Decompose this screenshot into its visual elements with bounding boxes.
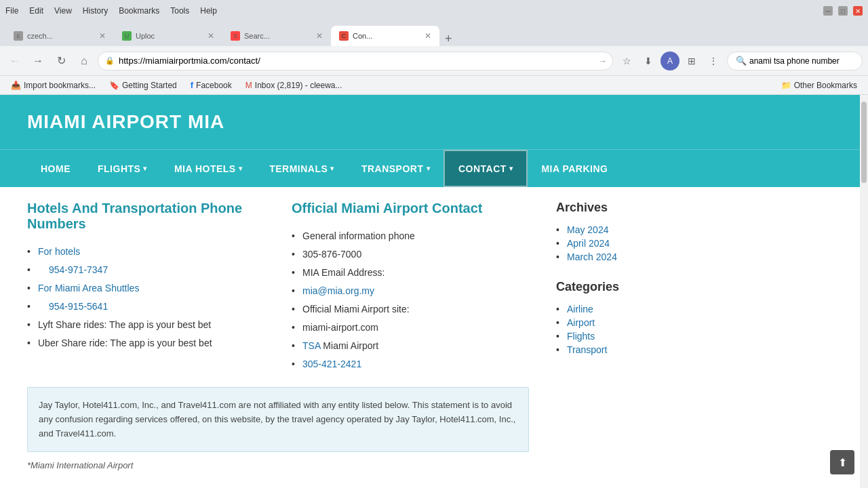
menu-tools[interactable]: Tools <box>170 6 189 16</box>
transport-arrow-icon: ▾ <box>427 165 431 172</box>
category-transport-link[interactable]: Transport <box>567 344 607 355</box>
archive-april-link[interactable]: April 2024 <box>567 238 610 249</box>
category-airport-link[interactable]: Airport <box>567 317 595 328</box>
hotels-link[interactable]: For hotels <box>38 246 80 257</box>
flights-arrow-icon: ▾ <box>143 165 147 172</box>
tsa-link[interactable]: TSA <box>302 340 320 351</box>
menu-history[interactable]: History <box>83 6 108 16</box>
new-tab-button[interactable]: + <box>439 32 458 46</box>
shuttles-phone: 954-915-5641 <box>38 301 108 312</box>
category-airline: Airline <box>556 302 719 316</box>
tab-close-1[interactable]: ✕ <box>99 31 106 41</box>
category-flights-link[interactable]: Flights <box>567 331 595 342</box>
extensions-icon[interactable]: ⊞ <box>682 52 701 70</box>
back-to-top-button[interactable]: ⬆ <box>830 450 854 474</box>
close-button[interactable]: ✕ <box>853 6 863 16</box>
page-body: Hotels And Transportation Phone Numbers … <box>0 187 868 484</box>
tab-close-3[interactable]: ✕ <box>316 31 323 41</box>
categories-list: Airline Airport Flights Transport <box>556 302 719 357</box>
menu-help[interactable]: Help <box>200 6 217 16</box>
toolbar: ← → ↻ ⌂ 🔒 → ☆ ⬇ A ⊞ ⋮ 🔍 <box>0 46 868 76</box>
list-item-site-label: Official Miami Airport site: <box>292 300 529 319</box>
category-airline-link[interactable]: Airline <box>567 304 593 314</box>
category-airport: Airport <box>556 316 719 329</box>
bookmark-getting-started[interactable]: 🔖 Getting Started <box>104 79 182 92</box>
shuttles-link[interactable]: For Miami Area Shuttles <box>38 283 139 293</box>
categories-section: Categories Airline Airport Flights <box>556 280 719 357</box>
bookmark-facebook[interactable]: f Facebook <box>185 79 237 92</box>
tab-favicon-1: c <box>14 31 23 41</box>
refresh-button[interactable]: ↻ <box>52 52 71 70</box>
nav-contact[interactable]: CONTACT ▾ <box>443 150 528 187</box>
tab-favicon-active: C <box>339 31 349 41</box>
menu-dots-icon[interactable]: ⋮ <box>704 52 723 70</box>
download-icon[interactable]: ⬇ <box>639 52 658 70</box>
bookmark-import[interactable]: 📥 Import bookmarks... <box>5 79 101 92</box>
list-item-tsa-phone: 305-421-2421 <box>292 355 529 373</box>
tab-3[interactable]: S Searc... ✕ <box>222 26 331 46</box>
categories-title: Categories <box>556 280 719 294</box>
address-input[interactable] <box>106 56 591 66</box>
forward-button[interactable]: → <box>28 52 47 70</box>
nav-terminals[interactable]: TERMINALS ▾ <box>256 150 348 187</box>
nav-flights[interactable]: FLIGHTS ▾ <box>84 150 161 187</box>
menu-edit[interactable]: Edit <box>29 6 43 16</box>
bookmark-star-icon[interactable]: ☆ <box>617 52 636 70</box>
archive-may-link[interactable]: May 2024 <box>567 224 608 235</box>
two-column-layout: Hotels And Transportation Phone Numbers … <box>27 201 529 373</box>
home-button[interactable]: ⌂ <box>75 52 94 70</box>
tabs-bar: c czech... ✕ U Uploc ✕ S Searc... ✕ C Co… <box>0 22 868 46</box>
bookmark-other[interactable]: 📁 Other Bookmarks <box>776 79 863 92</box>
tab-1[interactable]: c czech... ✕ <box>5 26 114 46</box>
nav-parking[interactable]: MIA PARKING <box>528 150 621 187</box>
facebook-icon: f <box>191 80 193 90</box>
profile-icon[interactable]: A <box>660 52 679 70</box>
window-controls: ─ □ ✕ <box>823 6 863 16</box>
menu-bar[interactable]: File Edit View History Bookmarks Tools H… <box>5 6 217 16</box>
scrollbar[interactable] <box>860 95 868 488</box>
archives-section: Archives May 2024 April 2024 March 2024 <box>556 201 719 264</box>
tab-2[interactable]: U Uploc ✕ <box>114 26 222 46</box>
main-content: Hotels And Transportation Phone Numbers … <box>27 187 542 484</box>
nav-transport[interactable]: TRANSPORT ▾ <box>348 150 443 187</box>
tab-favicon-3: S <box>231 31 240 41</box>
list-item-email-label: MIA Email Address: <box>292 264 529 282</box>
disclaimer-text: Jay Taylor, Hotel411.com, Inc., and Trav… <box>39 400 515 439</box>
list-item-uber: Uber Share ride: The app is your best be… <box>27 334 264 352</box>
search-input[interactable] <box>749 56 844 66</box>
site-logo: MIAMI AIRPORT MIA <box>27 111 224 133</box>
import-icon: 📥 <box>11 81 21 90</box>
browser-frame: File Edit View History Bookmarks Tools H… <box>0 0 868 488</box>
list-item-shuttles-phone: 954-915-5641 <box>27 298 264 316</box>
address-bar[interactable]: 🔒 → <box>98 52 613 70</box>
page-content: MIAMI AIRPORT MIA HOME FLIGHTS ▾ MIA HOT… <box>0 95 868 488</box>
tab-close-active[interactable]: ✕ <box>425 31 431 41</box>
menu-bookmarks[interactable]: Bookmarks <box>119 6 159 16</box>
nav-home[interactable]: HOME <box>27 150 84 187</box>
archive-april: April 2024 <box>556 237 719 250</box>
nav-hotels[interactable]: MIA HOTELS ▾ <box>161 150 256 187</box>
search-bar[interactable]: 🔍 <box>727 52 863 70</box>
tab-close-2[interactable]: ✕ <box>208 31 214 41</box>
scrollbar-thumb[interactable] <box>861 102 867 183</box>
minimize-button[interactable]: ─ <box>823 6 833 16</box>
right-column: Official Miami Airport Contact General i… <box>292 201 529 373</box>
category-flights: Flights <box>556 329 719 343</box>
bookmarks-bar: 📥 Import bookmarks... 🔖 Getting Started … <box>0 76 868 95</box>
menu-view[interactable]: View <box>54 6 72 16</box>
tab-active[interactable]: C Con... ✕ <box>331 26 439 46</box>
nav-items: HOME FLIGHTS ▾ MIA HOTELS ▾ TERMINALS ▾ <box>27 150 621 187</box>
list-item-site-value: miami-airport.com <box>292 319 529 337</box>
tsa-phone-link[interactable]: 305-421-2421 <box>302 359 361 369</box>
search-icon: 🔍 <box>736 56 747 66</box>
bookmark-inbox[interactable]: M Inbox (2,819) - cleewa... <box>240 79 348 92</box>
menu-file[interactable]: File <box>5 6 18 16</box>
email-link[interactable]: mia@mia.org.my <box>302 285 374 296</box>
contact-arrow-icon: ▾ <box>509 165 513 172</box>
maximize-button[interactable]: □ <box>838 6 848 16</box>
archive-march-link[interactable]: March 2024 <box>567 251 617 262</box>
right-list: General information phone 305-876-7000 M… <box>292 227 529 373</box>
left-column: Hotels And Transportation Phone Numbers … <box>27 201 264 373</box>
back-button[interactable]: ← <box>5 52 24 70</box>
folder-icon: 📁 <box>781 81 791 90</box>
